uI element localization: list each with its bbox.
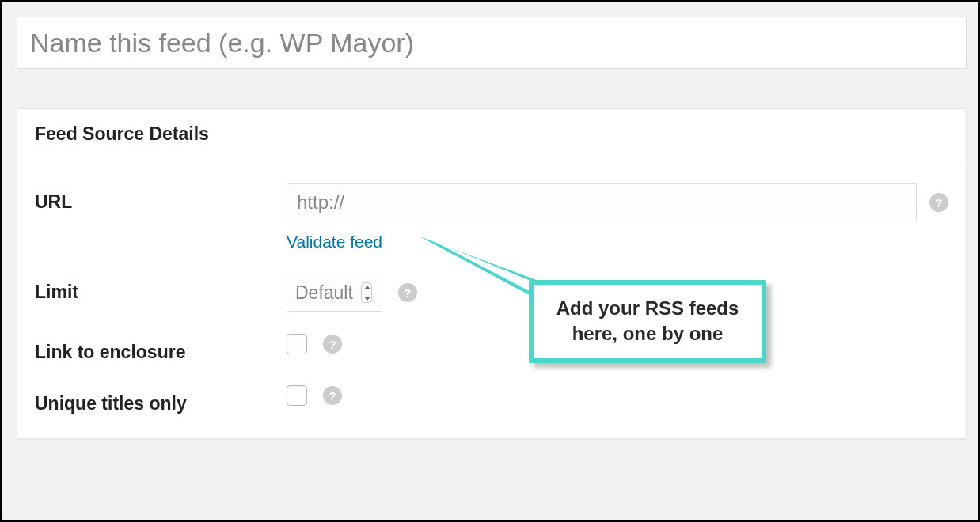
url-label: URL — [35, 183, 287, 213]
panel-header: Feed Source Details — [17, 109, 966, 161]
stepper-icon — [361, 282, 372, 303]
help-icon[interactable]: ? — [323, 335, 342, 354]
panel-title: Feed Source Details — [35, 123, 948, 145]
unique-titles-row: Unique titles only ? — [35, 385, 948, 414]
link-enclosure-checkbox[interactable] — [287, 334, 307, 354]
help-icon[interactable]: ? — [323, 386, 342, 405]
url-input[interactable] — [287, 183, 917, 221]
limit-select[interactable]: Default — [287, 274, 382, 312]
validate-feed-link[interactable]: Validate feed — [287, 233, 382, 252]
link-enclosure-row: Link to enclosure ? — [35, 334, 948, 363]
unique-titles-checkbox[interactable] — [287, 385, 307, 406]
url-control-group: ? Validate feed — [287, 183, 948, 252]
feed-name-input[interactable] — [17, 17, 967, 69]
limit-label: Limit — [35, 274, 287, 303]
help-icon[interactable]: ? — [398, 283, 417, 302]
svg-marker-0 — [420, 236, 538, 300]
limit-select-value: Default — [295, 282, 353, 304]
link-enclosure-label: Link to enclosure — [35, 334, 287, 363]
help-icon[interactable]: ? — [929, 193, 948, 212]
unique-titles-label: Unique titles only — [35, 385, 287, 414]
callout-annotation: Add your RSS feeds here, one by one — [529, 280, 766, 363]
